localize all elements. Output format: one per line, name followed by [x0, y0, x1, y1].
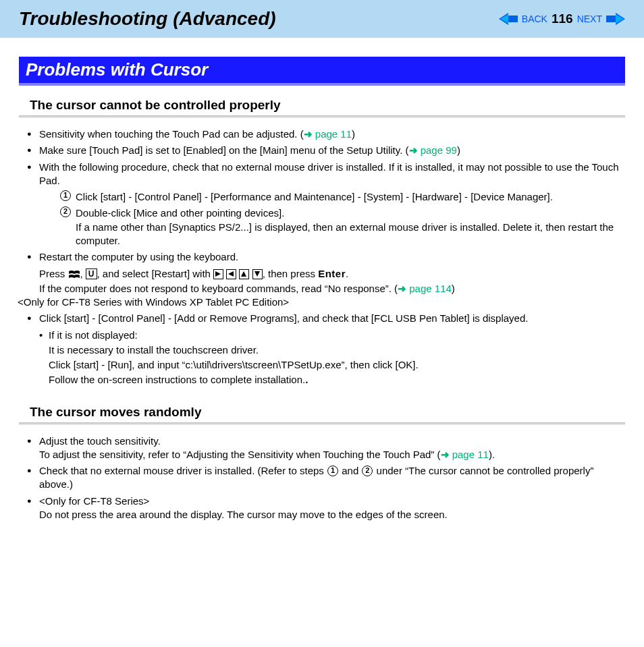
link-arrow-icon: ➜ [398, 283, 409, 294]
svg-marker-5 [228, 271, 234, 277]
list-item: Make sure [Touch Pad] is set to [Enabled… [19, 144, 625, 157]
nav: BACK 116 NEXT [499, 11, 625, 26]
text: , [80, 268, 86, 279]
enter-key-icon: Enter [318, 268, 346, 279]
header-bar: Troubleshooting (Advanced) BACK 116 NEXT [0, 0, 644, 38]
windows-key-icon [69, 269, 80, 278]
text: If the computer does not respond to keyb… [39, 283, 398, 294]
svg-marker-4 [215, 271, 221, 277]
press-line: Press , U, and select [Restart] with , t… [19, 266, 625, 282]
text: Double-click [Mice and other pointing de… [76, 207, 284, 219]
section-heading: Problems with Cursor [19, 57, 625, 86]
text: Make sure [Touch Pad] is set to [Enabled… [39, 144, 409, 156]
text-line: It is necessary to install the touchscre… [19, 343, 625, 357]
sub-bullet: If it is not displayed: [19, 329, 625, 342]
next-arrow-icon[interactable] [606, 13, 625, 25]
text: To adjust the sensitivity, refer to “Adj… [39, 449, 441, 460]
text: Adjust the touch sensitivity. [39, 435, 161, 447]
list-item: <Only for CF-T8 Series> Do not press the… [19, 495, 625, 522]
text: ). [489, 449, 495, 460]
subheading-cursor-control: The cursor cannot be controlled properly [19, 98, 625, 115]
bullet-list-1b: Restart the computer by using the keyboa… [19, 250, 625, 264]
divider [19, 422, 625, 425]
page-title: Troubleshooting (Advanced) [19, 8, 276, 30]
list-item: Restart the computer by using the keyboa… [19, 250, 625, 264]
circled-number-icon: 2 [362, 466, 373, 476]
bullet-list-1c: Click [start] - [Control Panel] - [Add o… [19, 312, 625, 325]
svg-marker-7 [254, 271, 260, 277]
link-arrow-icon: ➜ [441, 449, 452, 460]
text: Check that no external mouse driver is i… [39, 465, 327, 476]
text: , and select [Restart] with [97, 268, 214, 279]
bullet-list-1: Sensitivity when touching the Touch Pad … [19, 128, 625, 188]
text: Click [start] - [Control Panel] - [Add o… [39, 312, 528, 324]
text: and [339, 465, 361, 476]
page-link[interactable]: page 11 [315, 128, 352, 140]
up-arrow-key-icon [239, 269, 249, 279]
step-2: 2 Double-click [Mice and other pointing … [76, 206, 625, 248]
text: <Only for CF-T8 Series> [39, 495, 149, 507]
page-link[interactable]: page 99 [421, 144, 457, 156]
page-link[interactable]: page 11 [452, 449, 489, 460]
next-button[interactable]: NEXT [577, 13, 602, 24]
left-arrow-key-icon [226, 269, 236, 279]
back-arrow-icon[interactable] [499, 13, 518, 25]
text-line: Follow the on-screen instructions to com… [19, 373, 625, 387]
only-for-note: <Only for CF-T8 Series with Windows XP T… [18, 296, 625, 309]
no-response-line: If the computer does not respond to keyb… [19, 282, 625, 296]
page-link[interactable]: page 114 [409, 283, 452, 294]
list-item: Adjust the touch sensitivity. To adjust … [19, 434, 625, 462]
content: Problems with Cursor The cursor cannot b… [0, 38, 644, 522]
text: Click [start] - [Control Panel] - [Perfo… [76, 191, 553, 202]
list-item: Sensitivity when touching the Touch Pad … [19, 128, 625, 141]
circled-number-icon: 2 [60, 206, 71, 217]
text: ) [352, 128, 355, 140]
text: , then press [263, 268, 319, 279]
svg-marker-6 [241, 271, 246, 277]
text: ) [452, 283, 455, 294]
right-arrow-key-icon [213, 269, 223, 279]
text: ) [457, 144, 460, 156]
text: Press [39, 268, 68, 279]
text: Do not press the area around the display… [39, 509, 448, 520]
bullet-list-2: Adjust the touch sensitivity. To adjust … [19, 434, 625, 522]
divider [19, 115, 625, 118]
page-number: 116 [552, 11, 573, 26]
list-item: Click [start] - [Control Panel] - [Add o… [19, 312, 625, 325]
text: Follow the on-screen instructions to com… [49, 374, 305, 385]
text: Restart the computer by using the keyboa… [39, 251, 238, 262]
circled-number-icon: 1 [327, 466, 338, 476]
down-arrow-key-icon [252, 269, 263, 279]
list-item: With the following procedure, check that… [19, 161, 625, 188]
numbered-steps: 1 Click [start] - [Control Panel] - [Per… [19, 190, 625, 248]
step-1: 1 Click [start] - [Control Panel] - [Per… [76, 190, 625, 204]
u-key-icon: U [86, 269, 97, 279]
text-line: Click [start] - [Run], and input “c:\uti… [19, 358, 625, 372]
subheading-cursor-random: The cursor moves randomly [19, 405, 625, 422]
text: If a name other than [Synaptics PS/2...]… [76, 221, 614, 246]
text: Sensitivity when touching the Touch Pad … [39, 128, 304, 140]
text: With the following procedure, check that… [39, 161, 619, 186]
back-button[interactable]: BACK [522, 13, 547, 24]
link-arrow-icon: ➜ [409, 144, 421, 156]
circled-number-icon: 1 [60, 190, 71, 201]
link-arrow-icon: ➜ [304, 128, 315, 140]
list-item: Check that no external mouse driver is i… [19, 464, 625, 492]
text: . [346, 268, 348, 279]
